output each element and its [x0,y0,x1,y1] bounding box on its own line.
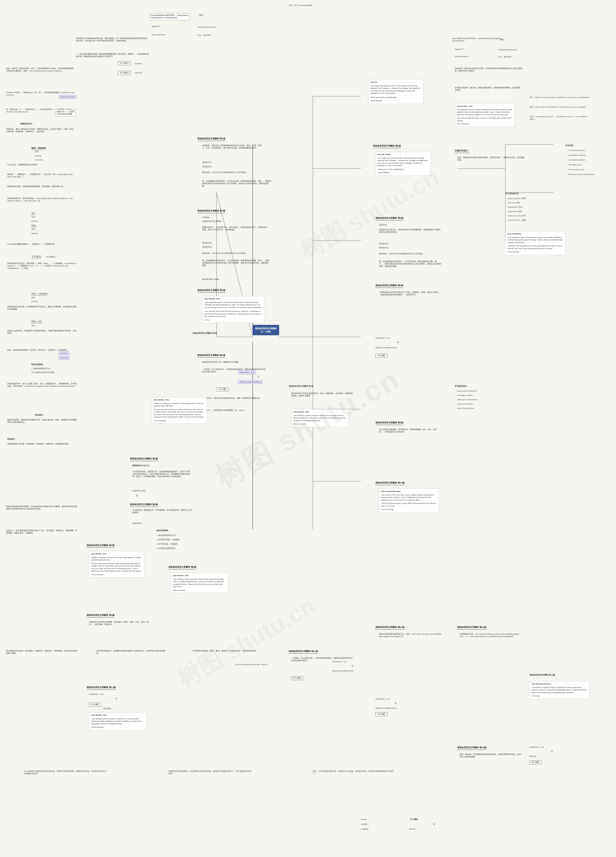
final-note-2: 请假条的写作虽然简单，但也需要注意格式和礼貌。希望同学们能够认真学习，写出规范的… [169,770,253,775]
final-kw-1: DearMr/Mrs., Your [529,746,544,749]
cn-desc-1: 总结首先，我们应当了解请假条的基本格式与内容，包括：日期、收件人、正文、结语和署… [202,144,262,149]
bracket-2: 【中文翻2】 [118,71,131,75]
lm1-body: Today I'm writing to you to ask for a fe… [154,402,205,407]
l2-close2: 请假条写法 [202,246,212,248]
left-block-9: 假条的核心内容：说明请假原因及期限；表达遗憾；说明补课计划。 [7,185,65,188]
l5-note: 请假条英文大全小心 [132,464,150,467]
l3b-sign: Yours sincerely [91,574,142,576]
deep-r-kw2: difficulty.some/difficult/hard [332,670,353,672]
section-label-r3: 请假条英语范文带翻译 第3篇 [197,289,225,292]
deep-r-kw1: DearMr/Mrs., Your [332,661,347,663]
bottom-left-1: 假条的基本格式和书写要求，英文假条写作示例及对应中文翻译，要求学生能在实际情境中… [6,505,78,510]
s5-content-text: 请假条写法总结大全，英文例句及中文对照翻译版，详细讲解每个句型的使用方法和注意事… [379,229,441,234]
section-l6: 请假条英语范文带翻译 第6篇 [130,503,158,507]
s2-greeting: Dear Mr. Smith, [378,153,429,156]
frb-sign: Yours faithfully [508,251,563,254]
ex-1-2: learning [31,300,38,303]
letter-1-thanks: Thank you for your consideration. [370,96,421,99]
fr-vocab-3: 句型：I am writing to request... / I would … [529,116,592,120]
deep-final-content: 最后一篇示例：学生因参加比赛向老师请假，说明比赛时间和地点，表示会补上缺席的课程… [460,753,522,758]
l10-body: I am sorry to inform you that I will be … [381,494,437,501]
letter-1-body: I am really sorry to tell you that I can… [370,85,421,95]
fr-block-2: 在写英文假条时，要注意：使用正确的称谓、说明请假时间和事由，表达歉意，并署名。 [455,87,522,91]
mrl-greeting: Dear Mr./Mrs. XXX, [293,411,347,413]
fr-l1-sign: Yours sincerely [457,123,513,125]
frr-4: absent from 缺席 [508,210,522,213]
l2-date: 敬请老师，2008年9月15日请病假同学们之书写表格， [202,252,248,255]
l9-body: I am writing to inform you that I need t… [173,578,226,588]
l6-note: 今天我写信，想请假几天，写好请假条，附上医院证明，说明无法上学的原因。 [132,509,192,514]
l3b-greeting: Dear Mr/Mrs. XXX, [91,553,142,555]
deep-label: 特别说明 [104,707,111,710]
bracket-cn: 【中文翻】 [217,387,229,391]
frb-body2: I promise I will complete all my work an… [508,245,563,250]
letter-10: Dear Teacher/Manager, I am sorry to info… [379,489,439,513]
mid-r-letter: Dear Mr./Mrs. XXX, I am writing to reque… [291,409,349,427]
letter-15: Dear Manager/Teacher, I would like to re… [529,681,590,699]
final-note-3: 最后，记住请假条的核心是：说清楚为什么请假、请假多长时间、如何弥补缺席期间的工作… [313,770,397,775]
vb-2-content: 出国请假条示例：I am writing to inform you that … [460,633,520,638]
bm-2: 2. 时间要写清楚，不能模糊 [156,538,180,541]
db-bracket: 【中文翻】 [375,712,387,716]
l3b-body: Today I'm writing to you to ask for a fe… [91,557,142,562]
section-label-r1: 请假条英语范文带翻译 第1篇 [197,137,225,141]
l10-sign: Yours sincerely [381,508,437,511]
left-block-6: 写假条前，要先了解假条中文意思，掌握英文表达，注意以下要点：日期、格式、主要内容… [6,128,76,133]
fb-title: 请假条英语范文带翻译 第15篇 [529,674,555,676]
r-node-1: DearMr/Mrs., Your [375,337,390,339]
frb-body: I am writing this letter to request you … [508,236,563,244]
section-bottom-2: 请假条英语范文带翻译 第9篇 [169,566,197,569]
mrl-body: I am writing to request a leave of absen… [293,415,347,422]
l11-body: I am writing to ask for a leave of absen… [91,718,145,726]
l11-sign: Yours sincerely [91,726,145,729]
central-node: 请假条英语范文带翻译（汇（65篇） [253,325,279,335]
frr-2: sick leave 病假 [508,202,520,204]
cn-desc-1b: 请假条写法， [202,161,214,164]
deep-r-fa: 发 [351,665,353,667]
fr-l1-greeting: Dear Mr./Mrs. XXX [457,105,513,108]
ex-title-2: 情境4：总结 [31,320,42,323]
section-lm-1: 请假条英语范文带翻译 第5篇 [130,457,158,461]
section-label-r4: 请假条英语范文带翻译 第4篇 [197,354,225,357]
l2-greeting: I writing [202,216,209,218]
bottom-left-2: 总结以上，英文请假条的写作要注意以下几点：格式规范、称谓恰当、事由清晰、时间明确… [6,529,78,534]
l5-closing: 补假条写法总结 [132,490,146,492]
vocab-extra-2: I would like to request... [568,154,587,156]
final-note-1: 以上就是英文请假条写作的全部内容，希望对大家有所帮助。掌握好这些写法，在实际生活… [24,770,108,775]
cn-block-2: 我，深感遗憾在学校某某日，今日无法到场，希望您能多多谅解，因为……我将在事情处理… [202,180,272,187]
l6-sub: 请假条写法， [132,522,144,524]
l11-greeting: Dear Mr./Mrs. XXX, [91,714,145,717]
section-title-1: 情境1：因病请假 [31,147,46,150]
s5-close2: 请假条写法 [379,247,388,249]
l9-greeting: Dear Mr./Mrs. XXX, [173,574,226,577]
s5-intro-text: 总结写法， [379,224,388,226]
l2-close: 请假条写法， [202,242,214,244]
kw-diff: difficulty.some/difficult/hard [238,380,263,384]
section-title-2: 总结 [31,212,35,215]
bm-label-1: 特别注意事项： [156,529,170,532]
db-fa: 发 [395,702,396,705]
s5-date: 敬请老师，2008年9月15日请病假同学们之书写表格， [379,253,424,255]
l2-content: 我因为生病了，无法按时上学。在昨天晚上，我突然发烧39度了。我感觉很不舒服，所以… [202,226,269,231]
deep-r-bracket: 【中文翻】 [291,676,303,680]
section-label-s2: 请假条英语范文带翻译 第2篇 [373,144,401,148]
mi-1: 1. 请假理由要真实可信 [31,368,51,370]
mrl-sign: Yours sincerely [293,423,347,425]
sect-2-1: 运动 [31,216,35,218]
plain-2: eitherOrb [135,72,142,74]
section-vb-1: 请假条英语范文带翻译 第13篇 [375,626,404,630]
last-kw: 发 [433,823,435,826]
section-r-bottom-1: 请假条英语范文带翻译 第8篇 [375,421,403,425]
vocab-extra-3: I am unable to attend... [568,159,587,161]
db-1: DearMr/Mrs., Your [375,698,390,700]
left-block-3: 此处，如何写一篇英文假条：首先，注明日期和收件人姓名，然后说明请假原因，注意表达… [6,67,76,72]
left-block-2: 一一此处应有讲解语境每个假条都需要解释原因（因为生病、家事等），以及请假的具体日… [76,53,150,58]
sect-2-2: learning [31,220,38,222]
l15-body: I would like to request a leave of absen… [532,686,587,694]
letter-1-sign: Yours faithfully [370,100,421,102]
left-block-18: 写假条时要注意礼貌，简明扼要，说明原因，标明时间，结尾感谢并署名。 [7,443,71,445]
l5-content: 今天我写信给你，想请假几天，因为我昨晚感冒发烧了，医生今天早上告诉我去看医生，医… [132,470,190,478]
deep-bracket: 【中文翻】 [89,703,101,707]
section-rb-2: 请假条英语范文带翻译 第10篇 [375,481,404,485]
lm1-body2: The morning doctor told me to stay at th… [154,408,205,419]
